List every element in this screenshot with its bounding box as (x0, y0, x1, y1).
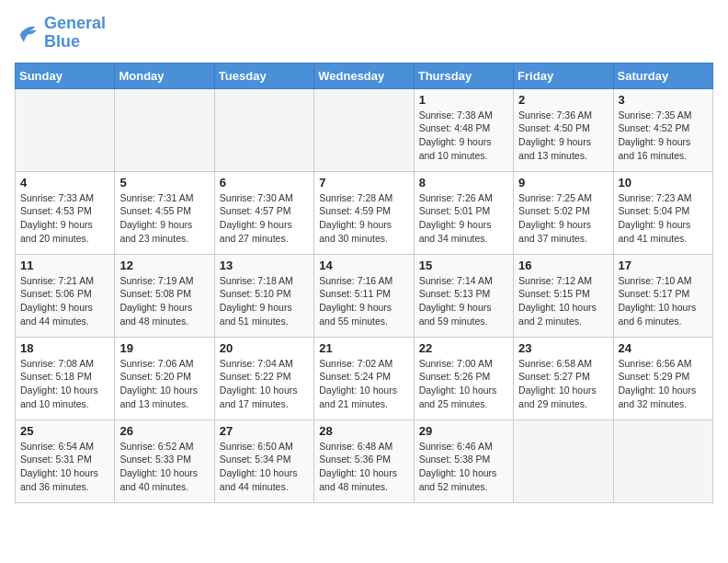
day-number: 17 (619, 259, 708, 272)
day-info: Sunrise: 7:25 AMSunset: 5:02 PMDaylight:… (518, 191, 608, 246)
day-number: 1 (419, 93, 508, 107)
weekday-header-tuesday: Tuesday (214, 63, 313, 88)
weekday-header-wednesday: Wednesday (314, 63, 414, 88)
day-info: Sunrise: 7:06 AMSunset: 5:20 PMDaylight:… (119, 357, 209, 411)
calendar-cell: 10Sunrise: 7:23 AMSunset: 5:04 PMDayligh… (613, 171, 712, 254)
day-info: Sunrise: 6:56 AMSunset: 5:29 PMDaylight:… (619, 357, 708, 411)
day-number: 3 (619, 93, 708, 107)
day-number: 2 (518, 93, 608, 107)
day-info: Sunrise: 7:36 AMSunset: 4:50 PMDaylight:… (518, 109, 608, 163)
calendar-cell: 19Sunrise: 7:06 AMSunset: 5:20 PMDayligh… (115, 337, 214, 419)
day-number: 22 (419, 341, 508, 355)
week-row-3: 11Sunrise: 7:21 AMSunset: 5:06 PMDayligh… (16, 254, 713, 337)
calendar-cell: 18Sunrise: 7:08 AMSunset: 5:18 PMDayligh… (16, 337, 115, 419)
weekday-header-sunday: Sunday (16, 63, 115, 88)
day-info: Sunrise: 7:02 AMSunset: 5:24 PMDaylight:… (319, 357, 408, 411)
weekday-header-saturday: Saturday (613, 63, 712, 88)
day-info: Sunrise: 7:28 AMSunset: 4:59 PMDaylight:… (319, 191, 408, 246)
calendar-cell: 12Sunrise: 7:19 AMSunset: 5:08 PMDayligh… (115, 254, 214, 337)
logo-text: General Blue (44, 15, 106, 52)
calendar-cell: 4Sunrise: 7:33 AMSunset: 4:53 PMDaylight… (16, 171, 115, 254)
calendar-cell: 14Sunrise: 7:16 AMSunset: 5:11 PMDayligh… (314, 254, 414, 337)
day-info: Sunrise: 7:10 AMSunset: 5:17 PMDaylight:… (619, 274, 708, 328)
weekday-header-row: SundayMondayTuesdayWednesdayThursdayFrid… (16, 63, 713, 88)
day-number: 23 (518, 341, 608, 355)
day-info: Sunrise: 7:33 AMSunset: 4:53 PMDaylight:… (20, 191, 109, 246)
day-info: Sunrise: 7:08 AMSunset: 5:18 PMDaylight:… (20, 357, 109, 411)
day-number: 10 (619, 176, 708, 190)
day-info: Sunrise: 6:46 AMSunset: 5:38 PMDaylight:… (419, 440, 508, 494)
calendar-cell: 29Sunrise: 6:46 AMSunset: 5:38 PMDayligh… (414, 419, 513, 502)
week-row-2: 4Sunrise: 7:33 AMSunset: 4:53 PMDaylight… (16, 171, 713, 254)
calendar-body: 1Sunrise: 7:38 AMSunset: 4:48 PMDaylight… (16, 88, 713, 502)
calendar-cell: 3Sunrise: 7:35 AMSunset: 4:52 PMDaylight… (613, 88, 712, 171)
calendar-table: SundayMondayTuesdayWednesdayThursdayFrid… (15, 63, 713, 503)
calendar-cell: 7Sunrise: 7:28 AMSunset: 4:59 PMDaylight… (314, 171, 414, 254)
day-number: 28 (319, 424, 408, 438)
calendar-cell: 11Sunrise: 7:21 AMSunset: 5:06 PMDayligh… (16, 254, 115, 337)
logo-icon (15, 20, 40, 46)
day-number: 9 (518, 176, 608, 190)
calendar-cell: 26Sunrise: 6:52 AMSunset: 5:33 PMDayligh… (115, 419, 214, 502)
day-number: 11 (20, 259, 109, 272)
day-info: Sunrise: 7:23 AMSunset: 5:04 PMDaylight:… (619, 191, 708, 246)
weekday-header-friday: Friday (514, 63, 613, 88)
day-number: 14 (319, 259, 408, 272)
day-info: Sunrise: 7:30 AMSunset: 4:57 PMDaylight:… (220, 191, 309, 246)
calendar-cell: 24Sunrise: 6:56 AMSunset: 5:29 PMDayligh… (613, 337, 712, 419)
calendar-cell: 16Sunrise: 7:12 AMSunset: 5:15 PMDayligh… (514, 254, 613, 337)
day-number: 15 (419, 259, 508, 272)
calendar-cell: 2Sunrise: 7:36 AMSunset: 4:50 PMDaylight… (514, 88, 613, 171)
day-info: Sunrise: 6:54 AMSunset: 5:31 PMDaylight:… (20, 440, 109, 494)
day-number: 16 (518, 259, 608, 272)
calendar-cell: 15Sunrise: 7:14 AMSunset: 5:13 PMDayligh… (414, 254, 513, 337)
calendar-cell (214, 88, 313, 171)
day-number: 12 (119, 259, 209, 272)
day-info: Sunrise: 7:12 AMSunset: 5:15 PMDaylight:… (518, 274, 608, 328)
weekday-header-monday: Monday (115, 63, 214, 88)
day-info: Sunrise: 6:52 AMSunset: 5:33 PMDaylight:… (119, 440, 209, 494)
calendar-cell: 23Sunrise: 6:58 AMSunset: 5:27 PMDayligh… (514, 337, 613, 419)
day-info: Sunrise: 7:38 AMSunset: 4:48 PMDaylight:… (419, 109, 508, 163)
calendar-header: SundayMondayTuesdayWednesdayThursdayFrid… (16, 63, 713, 88)
day-number: 21 (319, 341, 408, 355)
week-row-4: 18Sunrise: 7:08 AMSunset: 5:18 PMDayligh… (16, 337, 713, 419)
day-number: 20 (220, 341, 309, 355)
day-info: Sunrise: 7:14 AMSunset: 5:13 PMDaylight:… (419, 274, 508, 328)
calendar-cell: 27Sunrise: 6:50 AMSunset: 5:34 PMDayligh… (214, 419, 313, 502)
day-number: 4 (20, 176, 109, 190)
day-info: Sunrise: 7:16 AMSunset: 5:11 PMDaylight:… (319, 274, 408, 328)
calendar-cell (613, 419, 712, 502)
weekday-header-thursday: Thursday (414, 63, 513, 88)
calendar-cell (314, 88, 414, 171)
day-number: 7 (319, 176, 408, 190)
day-number: 24 (619, 341, 708, 355)
day-info: Sunrise: 7:21 AMSunset: 5:06 PMDaylight:… (20, 274, 109, 328)
day-info: Sunrise: 7:04 AMSunset: 5:22 PMDaylight:… (220, 357, 309, 411)
day-number: 27 (220, 424, 309, 438)
day-info: Sunrise: 7:19 AMSunset: 5:08 PMDaylight:… (119, 274, 209, 328)
day-number: 18 (20, 341, 109, 355)
day-info: Sunrise: 7:31 AMSunset: 4:55 PMDaylight:… (119, 191, 209, 246)
calendar-cell: 9Sunrise: 7:25 AMSunset: 5:02 PMDaylight… (514, 171, 613, 254)
calendar-cell: 21Sunrise: 7:02 AMSunset: 5:24 PMDayligh… (314, 337, 414, 419)
calendar-cell: 6Sunrise: 7:30 AMSunset: 4:57 PMDaylight… (214, 171, 313, 254)
day-number: 6 (220, 176, 309, 190)
day-number: 19 (119, 341, 209, 355)
calendar-cell (16, 88, 115, 171)
logo: General Blue (15, 15, 106, 52)
calendar-cell: 1Sunrise: 7:38 AMSunset: 4:48 PMDaylight… (414, 88, 513, 171)
calendar-cell (514, 419, 613, 502)
day-info: Sunrise: 7:35 AMSunset: 4:52 PMDaylight:… (619, 109, 708, 163)
calendar-cell: 22Sunrise: 7:00 AMSunset: 5:26 PMDayligh… (414, 337, 513, 419)
day-number: 8 (419, 176, 508, 190)
day-info: Sunrise: 7:00 AMSunset: 5:26 PMDaylight:… (419, 357, 508, 411)
day-number: 5 (119, 176, 209, 190)
day-info: Sunrise: 6:58 AMSunset: 5:27 PMDaylight:… (518, 357, 608, 411)
day-number: 13 (220, 259, 309, 272)
calendar-cell: 13Sunrise: 7:18 AMSunset: 5:10 PMDayligh… (214, 254, 313, 337)
day-info: Sunrise: 6:50 AMSunset: 5:34 PMDaylight:… (220, 440, 309, 494)
day-number: 29 (419, 424, 508, 438)
page-header: General Blue (15, 15, 713, 52)
calendar-cell: 5Sunrise: 7:31 AMSunset: 4:55 PMDaylight… (115, 171, 214, 254)
